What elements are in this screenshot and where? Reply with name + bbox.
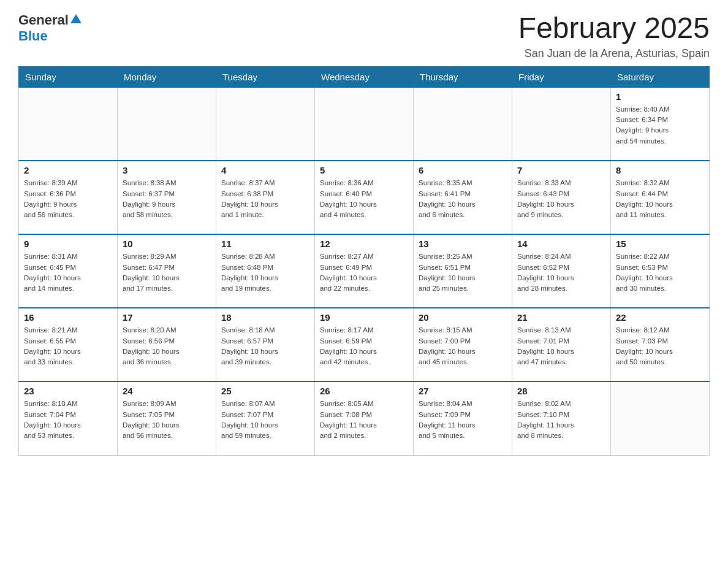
calendar-cell: 15Sunrise: 8:22 AMSunset: 6:53 PMDayligh…	[611, 234, 710, 308]
day-info: Sunrise: 8:21 AMSunset: 6:55 PMDaylight:…	[24, 325, 112, 367]
day-number: 27	[419, 386, 507, 396]
logo-triangle-icon	[70, 14, 82, 23]
day-info: Sunrise: 8:28 AMSunset: 6:48 PMDaylight:…	[221, 251, 309, 294]
day-info: Sunrise: 8:36 AMSunset: 6:40 PMDaylight:…	[320, 178, 408, 220]
col-thursday: Thursday	[414, 66, 512, 87]
day-info: Sunrise: 8:04 AMSunset: 7:09 PMDaylight:…	[419, 399, 507, 441]
calendar-cell: 28Sunrise: 8:02 AMSunset: 7:10 PMDayligh…	[512, 381, 611, 455]
day-number: 18	[221, 312, 309, 323]
calendar-cell	[118, 87, 216, 161]
day-number: 1	[616, 91, 704, 102]
day-info: Sunrise: 8:35 AMSunset: 6:41 PMDaylight:…	[419, 178, 507, 220]
day-number: 16	[24, 312, 112, 323]
calendar-cell: 9Sunrise: 8:31 AMSunset: 6:45 PMDaylight…	[19, 234, 118, 308]
calendar-cell: 8Sunrise: 8:32 AMSunset: 6:44 PMDaylight…	[611, 161, 710, 234]
calendar-cell: 18Sunrise: 8:18 AMSunset: 6:57 PMDayligh…	[216, 308, 315, 381]
day-info: Sunrise: 8:39 AMSunset: 6:36 PMDaylight:…	[24, 178, 112, 220]
day-number: 6	[419, 165, 507, 175]
day-info: Sunrise: 8:17 AMSunset: 6:59 PMDaylight:…	[320, 325, 408, 367]
day-number: 21	[517, 312, 605, 323]
day-info: Sunrise: 8:25 AMSunset: 6:51 PMDaylight:…	[419, 251, 507, 294]
day-number: 2	[24, 165, 112, 175]
day-number: 24	[123, 386, 211, 396]
calendar-cell	[216, 87, 315, 161]
day-number: 7	[517, 165, 605, 175]
day-info: Sunrise: 8:15 AMSunset: 7:00 PMDaylight:…	[419, 325, 507, 367]
calendar-week-3: 9Sunrise: 8:31 AMSunset: 6:45 PMDaylight…	[19, 234, 710, 308]
calendar-cell: 5Sunrise: 8:36 AMSunset: 6:40 PMDaylight…	[315, 161, 414, 234]
day-info: Sunrise: 8:27 AMSunset: 6:49 PMDaylight:…	[320, 251, 408, 294]
day-number: 23	[24, 386, 112, 396]
day-number: 22	[616, 312, 704, 323]
calendar-cell: 6Sunrise: 8:35 AMSunset: 6:41 PMDaylight…	[414, 161, 512, 234]
calendar-cell: 17Sunrise: 8:20 AMSunset: 6:56 PMDayligh…	[118, 308, 216, 381]
day-info: Sunrise: 8:33 AMSunset: 6:43 PMDaylight:…	[517, 178, 605, 220]
calendar-cell: 19Sunrise: 8:17 AMSunset: 6:59 PMDayligh…	[315, 308, 414, 381]
calendar-cell: 10Sunrise: 8:29 AMSunset: 6:47 PMDayligh…	[118, 234, 216, 308]
day-number: 11	[221, 239, 309, 249]
day-number: 19	[320, 312, 408, 323]
logo-general: General	[18, 12, 69, 28]
col-friday: Friday	[512, 66, 611, 87]
title-section: February 2025 San Juan de la Arena, Astu…	[518, 12, 710, 60]
day-number: 25	[221, 386, 309, 396]
day-info: Sunrise: 8:38 AMSunset: 6:37 PMDaylight:…	[123, 178, 211, 220]
day-info: Sunrise: 8:22 AMSunset: 6:53 PMDaylight:…	[616, 251, 704, 294]
calendar-week-5: 23Sunrise: 8:10 AMSunset: 7:04 PMDayligh…	[19, 381, 710, 455]
calendar-header-row: Sunday Monday Tuesday Wednesday Thursday…	[19, 66, 710, 87]
calendar-cell: 7Sunrise: 8:33 AMSunset: 6:43 PMDaylight…	[512, 161, 611, 234]
day-info: Sunrise: 8:18 AMSunset: 6:57 PMDaylight:…	[221, 325, 309, 367]
day-number: 3	[123, 165, 211, 175]
calendar-cell	[414, 87, 512, 161]
calendar-cell: 21Sunrise: 8:13 AMSunset: 7:01 PMDayligh…	[512, 308, 611, 381]
day-number: 4	[221, 165, 309, 175]
calendar-cell: 2Sunrise: 8:39 AMSunset: 6:36 PMDaylight…	[19, 161, 118, 234]
calendar-cell	[315, 87, 414, 161]
calendar-week-4: 16Sunrise: 8:21 AMSunset: 6:55 PMDayligh…	[19, 308, 710, 381]
calendar-cell: 16Sunrise: 8:21 AMSunset: 6:55 PMDayligh…	[19, 308, 118, 381]
month-title: February 2025	[518, 12, 710, 45]
day-info: Sunrise: 8:12 AMSunset: 7:03 PMDaylight:…	[616, 325, 704, 367]
calendar-cell	[611, 381, 710, 455]
day-info: Sunrise: 8:05 AMSunset: 7:08 PMDaylight:…	[320, 399, 408, 441]
day-number: 28	[517, 386, 605, 396]
day-info: Sunrise: 8:29 AMSunset: 6:47 PMDaylight:…	[123, 251, 211, 294]
calendar-table: Sunday Monday Tuesday Wednesday Thursday…	[18, 66, 710, 456]
day-info: Sunrise: 8:31 AMSunset: 6:45 PMDaylight:…	[24, 251, 112, 294]
calendar-cell	[512, 87, 611, 161]
col-monday: Monday	[118, 66, 216, 87]
day-number: 10	[123, 239, 211, 249]
calendar-cell: 14Sunrise: 8:24 AMSunset: 6:52 PMDayligh…	[512, 234, 611, 308]
col-tuesday: Tuesday	[216, 66, 315, 87]
calendar-cell: 4Sunrise: 8:37 AMSunset: 6:38 PMDaylight…	[216, 161, 315, 234]
day-number: 9	[24, 239, 112, 249]
calendar-week-2: 2Sunrise: 8:39 AMSunset: 6:36 PMDaylight…	[19, 161, 710, 234]
calendar-cell: 13Sunrise: 8:25 AMSunset: 6:51 PMDayligh…	[414, 234, 512, 308]
day-info: Sunrise: 8:24 AMSunset: 6:52 PMDaylight:…	[517, 251, 605, 294]
col-saturday: Saturday	[611, 66, 710, 87]
day-info: Sunrise: 8:02 AMSunset: 7:10 PMDaylight:…	[517, 399, 605, 441]
calendar-cell: 26Sunrise: 8:05 AMSunset: 7:08 PMDayligh…	[315, 381, 414, 455]
calendar-cell	[19, 87, 118, 161]
day-info: Sunrise: 8:37 AMSunset: 6:38 PMDaylight:…	[221, 178, 309, 220]
calendar-cell: 12Sunrise: 8:27 AMSunset: 6:49 PMDayligh…	[315, 234, 414, 308]
day-number: 13	[419, 239, 507, 249]
calendar-cell: 23Sunrise: 8:10 AMSunset: 7:04 PMDayligh…	[19, 381, 118, 455]
day-number: 14	[517, 239, 605, 249]
calendar-cell: 20Sunrise: 8:15 AMSunset: 7:00 PMDayligh…	[414, 308, 512, 381]
day-number: 15	[616, 239, 704, 249]
day-number: 20	[419, 312, 507, 323]
day-number: 26	[320, 386, 408, 396]
calendar-cell: 27Sunrise: 8:04 AMSunset: 7:09 PMDayligh…	[414, 381, 512, 455]
logo-blue: Blue	[18, 28, 48, 44]
day-info: Sunrise: 8:09 AMSunset: 7:05 PMDaylight:…	[123, 399, 211, 441]
calendar-cell: 24Sunrise: 8:09 AMSunset: 7:05 PMDayligh…	[118, 381, 216, 455]
day-number: 5	[320, 165, 408, 175]
day-info: Sunrise: 8:32 AMSunset: 6:44 PMDaylight:…	[616, 178, 704, 220]
day-number: 12	[320, 239, 408, 249]
day-info: Sunrise: 8:13 AMSunset: 7:01 PMDaylight:…	[517, 325, 605, 367]
calendar-cell: 3Sunrise: 8:38 AMSunset: 6:37 PMDaylight…	[118, 161, 216, 234]
calendar-cell: 11Sunrise: 8:28 AMSunset: 6:48 PMDayligh…	[216, 234, 315, 308]
calendar-cell: 25Sunrise: 8:07 AMSunset: 7:07 PMDayligh…	[216, 381, 315, 455]
day-number: 8	[616, 165, 704, 175]
